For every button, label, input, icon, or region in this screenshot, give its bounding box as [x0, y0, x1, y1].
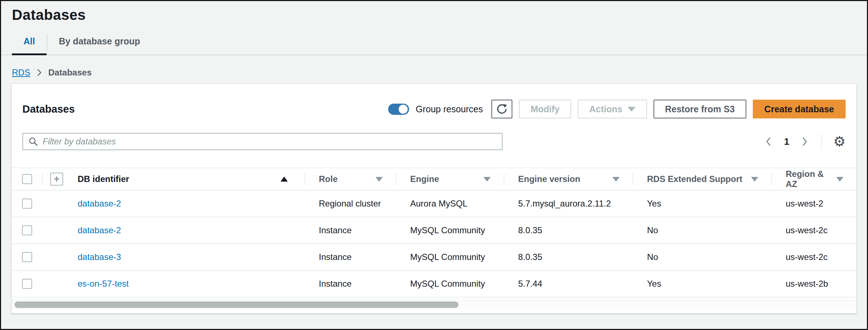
- header-region-az[interactable]: Region & AZ: [771, 168, 856, 190]
- filter-caret-icon[interactable]: [376, 177, 383, 182]
- engine-version-cell: 5.7.mysql_aurora.2.11.2: [504, 199, 633, 209]
- table-row: database-2 Instance MySQL Community 8.0.…: [12, 217, 856, 244]
- table-row: database-2 Regional cluster Aurora MySQL…: [12, 191, 856, 217]
- breadcrumb-link-rds[interactable]: RDS: [12, 68, 30, 78]
- databases-table: + DB identifier Role Engine Engine versi…: [12, 168, 856, 309]
- horizontal-scrollbar-thumb[interactable]: [14, 301, 459, 308]
- header-engine[interactable]: Engine: [396, 168, 504, 190]
- filter-search-box[interactable]: [22, 133, 503, 150]
- engine-version-cell: 8.0.35: [504, 225, 633, 235]
- db-identifier-link[interactable]: es-on-57-test: [78, 279, 129, 289]
- rds-extended-support-cell: No: [633, 252, 771, 262]
- region-az-cell: us-west-2c: [771, 252, 856, 262]
- column-label-db-identifier: DB identifier: [78, 174, 129, 184]
- filter-row: 1 ⚙: [12, 118, 856, 150]
- table-body: database-2 Regional cluster Aurora MySQL…: [12, 191, 856, 298]
- group-resources-toggle[interactable]: [388, 104, 409, 115]
- filter-caret-icon[interactable]: [483, 177, 491, 182]
- header-role[interactable]: Role: [304, 168, 396, 190]
- databases-panel: Databases Group resources Modify Actions: [11, 83, 857, 314]
- pagination-divider: [821, 134, 822, 149]
- column-label-role: Role: [319, 174, 338, 184]
- engine-cell: MySQL Community: [396, 225, 504, 235]
- engine-cell: MySQL Community: [396, 279, 504, 289]
- header-checkbox-cell: [12, 168, 42, 190]
- region-az-cell: us-west-2: [771, 199, 856, 209]
- panel-heading: Databases: [22, 103, 75, 115]
- tab-all[interactable]: All: [12, 32, 47, 55]
- tabs-bar: All By database group: [1, 32, 867, 55]
- table-header: + DB identifier Role Engine Engine versi…: [12, 168, 856, 191]
- panel-toolbar: Databases Group resources Modify Actions: [12, 84, 856, 118]
- header-engine-version[interactable]: Engine version: [504, 168, 633, 190]
- refresh-button[interactable]: [491, 100, 512, 118]
- sort-ascending-icon: [281, 177, 288, 182]
- table-row: database-3 Instance MySQL Community 8.0.…: [12, 244, 856, 271]
- tab-by-database-group[interactable]: By database group: [47, 32, 152, 55]
- create-database-button[interactable]: Create database: [753, 100, 846, 118]
- gear-icon[interactable]: ⚙: [833, 135, 846, 148]
- actions-button[interactable]: Actions: [578, 100, 647, 118]
- filter-input[interactable]: [43, 136, 497, 147]
- region-az-cell: us-west-2b: [771, 279, 856, 289]
- pagination-prev-button[interactable]: [764, 135, 773, 148]
- column-label-region-az: Region & AZ: [786, 169, 836, 189]
- table-row: es-on-57-test Instance MySQL Community 5…: [12, 271, 856, 298]
- role-cell: Regional cluster: [304, 199, 396, 209]
- db-identifier-link[interactable]: database-2: [78, 225, 121, 235]
- breadcrumb-chevron-icon: [37, 69, 42, 77]
- caret-down-icon: [628, 107, 635, 112]
- select-all-checkbox[interactable]: [22, 174, 32, 184]
- restore-from-s3-button[interactable]: Restore from S3: [654, 100, 746, 118]
- breadcrumb: RDS Databases: [1, 55, 867, 78]
- rds-extended-support-cell: No: [633, 225, 771, 235]
- role-cell: Instance: [304, 225, 396, 235]
- column-label-rds-extended-support: RDS Extended Support: [647, 174, 742, 184]
- db-identifier-link[interactable]: database-3: [78, 252, 121, 262]
- engine-version-cell: 8.0.35: [504, 252, 633, 262]
- refresh-icon: [496, 103, 508, 115]
- modify-button[interactable]: Modify: [519, 100, 571, 118]
- group-resources-label: Group resources: [416, 104, 483, 114]
- engine-version-cell: 5.7.44: [504, 279, 633, 289]
- header-db-identifier[interactable]: + DB identifier: [42, 168, 304, 190]
- toggle-knob: [399, 105, 408, 114]
- row-checkbox[interactable]: [22, 252, 32, 262]
- column-label-engine-version: Engine version: [518, 174, 580, 184]
- column-label-engine: Engine: [410, 174, 439, 184]
- db-identifier-link[interactable]: database-2: [78, 199, 121, 209]
- pagination-next-button[interactable]: [800, 135, 810, 148]
- pagination: 1 ⚙: [764, 134, 846, 149]
- chevron-right-icon: [802, 136, 808, 147]
- actions-button-label: Actions: [589, 104, 622, 114]
- toolbar-actions: Group resources Modify Actions Restore f…: [388, 100, 846, 118]
- header-rds-extended-support[interactable]: RDS Extended Support: [633, 168, 771, 190]
- filter-caret-icon[interactable]: [612, 177, 620, 182]
- engine-cell: Aurora MySQL: [396, 199, 504, 209]
- filter-caret-icon[interactable]: [751, 177, 758, 182]
- region-az-cell: us-west-2c: [771, 225, 856, 235]
- horizontal-scrollbar-track[interactable]: [12, 300, 856, 309]
- pagination-current-page[interactable]: 1: [784, 136, 789, 147]
- engine-cell: MySQL Community: [396, 252, 504, 262]
- page-title: Databases: [1, 1, 867, 23]
- filter-caret-icon[interactable]: [836, 177, 843, 182]
- rds-extended-support-cell: Yes: [633, 199, 771, 209]
- search-icon: [28, 136, 38, 147]
- row-checkbox[interactable]: [22, 279, 32, 289]
- rds-extended-support-cell: Yes: [633, 279, 771, 289]
- row-checkbox[interactable]: [22, 199, 32, 209]
- role-cell: Instance: [304, 279, 396, 289]
- role-cell: Instance: [304, 252, 396, 262]
- expand-all-icon[interactable]: +: [50, 173, 63, 186]
- breadcrumb-current: Databases: [48, 68, 92, 78]
- chevron-left-icon: [765, 136, 772, 147]
- row-checkbox[interactable]: [22, 225, 32, 235]
